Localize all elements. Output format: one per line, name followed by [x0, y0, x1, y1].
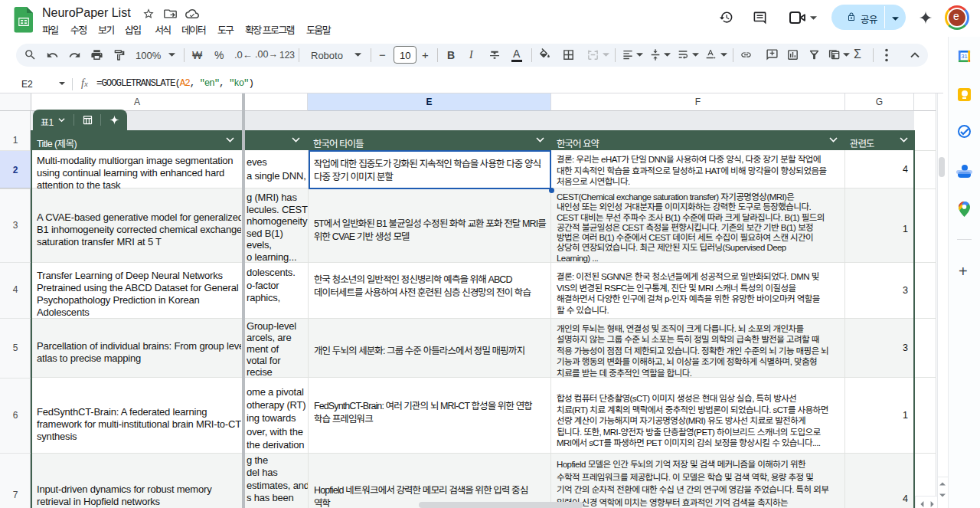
- svg-text:31: 31: [961, 53, 967, 60]
